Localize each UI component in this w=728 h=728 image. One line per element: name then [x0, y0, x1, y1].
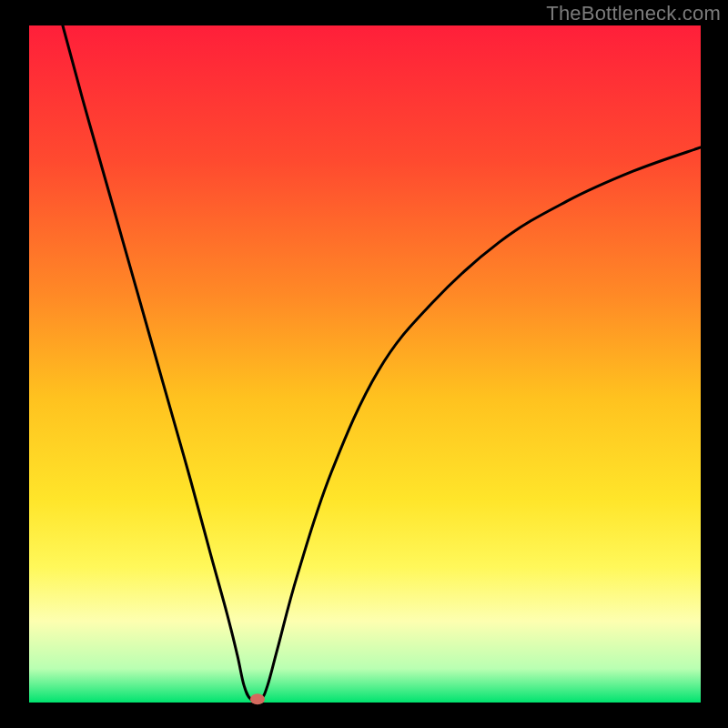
watermark-text: TheBottleneck.com	[546, 2, 721, 25]
bottleneck-chart	[0, 0, 728, 728]
optimal-point-marker	[250, 693, 265, 704]
chart-frame: TheBottleneck.com	[0, 0, 728, 728]
plot-background	[29, 25, 701, 703]
